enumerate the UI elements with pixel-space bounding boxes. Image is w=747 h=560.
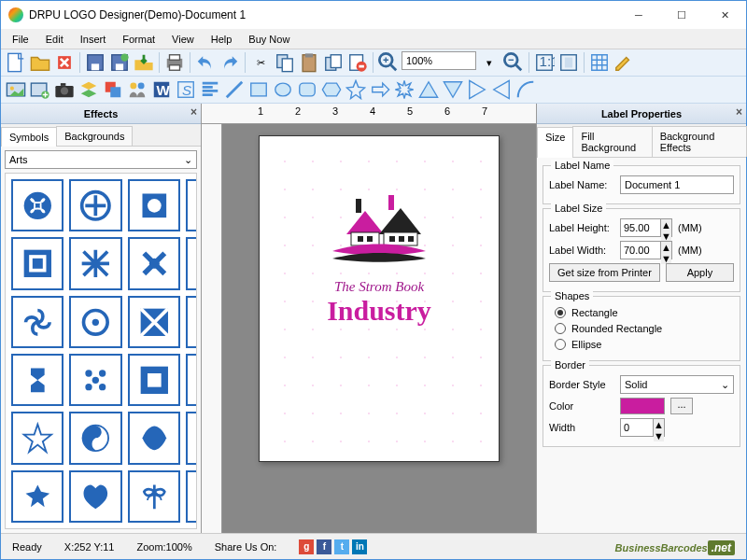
googleplus-icon[interactable]: g bbox=[299, 539, 314, 554]
symbol-item[interactable] bbox=[69, 237, 121, 289]
symbol-item[interactable] bbox=[128, 237, 180, 289]
maximize-button[interactable]: ☐ bbox=[660, 1, 703, 29]
line-tool-icon[interactable] bbox=[223, 78, 246, 101]
width-input[interactable] bbox=[621, 242, 660, 259]
radio-roundrect[interactable]: Rounded Rectangle bbox=[555, 323, 734, 334]
spin-up-icon[interactable]: ▲ bbox=[654, 419, 664, 430]
delete-icon[interactable] bbox=[53, 51, 76, 74]
zoomin-icon[interactable] bbox=[377, 51, 400, 74]
text-tool-icon[interactable]: S bbox=[175, 78, 197, 101]
paste-icon[interactable] bbox=[298, 51, 320, 74]
save-icon[interactable] bbox=[84, 51, 106, 74]
symbol-item[interactable] bbox=[69, 354, 121, 406]
spin-down-icon[interactable]: ▼ bbox=[654, 430, 664, 441]
color-picker-button[interactable]: ... bbox=[670, 398, 693, 414]
print-icon[interactable] bbox=[163, 51, 186, 74]
symbol-item[interactable] bbox=[186, 179, 197, 231]
open-icon[interactable] bbox=[29, 51, 51, 74]
camera-icon[interactable] bbox=[53, 78, 76, 101]
labelname-input[interactable] bbox=[620, 175, 734, 194]
symbol-item[interactable] bbox=[11, 354, 63, 406]
align-icon[interactable] bbox=[199, 78, 221, 101]
cut-icon[interactable]: ✂ bbox=[249, 51, 272, 74]
apply-button[interactable]: Apply bbox=[666, 263, 734, 282]
duplicate-icon[interactable] bbox=[322, 51, 345, 74]
width-spinner[interactable]: ▲▼ bbox=[620, 241, 672, 259]
facebook-icon[interactable]: f bbox=[317, 539, 331, 554]
close-button[interactable]: ✕ bbox=[703, 1, 746, 29]
grid-icon[interactable] bbox=[588, 51, 611, 74]
zoomout-icon[interactable] bbox=[502, 51, 525, 74]
triangle-up-icon[interactable] bbox=[417, 78, 440, 101]
rect-tool-icon[interactable] bbox=[247, 78, 270, 101]
symbol-item[interactable] bbox=[128, 179, 180, 231]
menu-buynow[interactable]: Buy Now bbox=[241, 32, 297, 47]
symbol-item[interactable] bbox=[69, 412, 121, 464]
symbol-item[interactable] bbox=[11, 296, 63, 348]
height-spinner[interactable]: ▲▼ bbox=[620, 218, 672, 237]
symbol-item[interactable] bbox=[69, 470, 121, 523]
tab-size[interactable]: Size bbox=[537, 127, 573, 158]
fit-icon[interactable]: 1:1 bbox=[533, 51, 556, 74]
twitter-icon[interactable]: t bbox=[334, 539, 349, 554]
menu-help[interactable]: Help bbox=[204, 32, 240, 47]
borderstyle-dropdown[interactable]: Solid⌄ bbox=[620, 375, 734, 394]
layers-icon[interactable] bbox=[78, 78, 100, 101]
menu-format[interactable]: Format bbox=[115, 32, 162, 47]
symbol-item[interactable] bbox=[186, 296, 197, 348]
symbol-item[interactable] bbox=[128, 412, 180, 464]
symbol-item[interactable] bbox=[69, 179, 121, 231]
logo-artwork[interactable]: The Strom Book Industry bbox=[309, 188, 449, 327]
radio-rectangle[interactable]: Rectangle bbox=[555, 307, 734, 318]
symbol-item[interactable] bbox=[128, 296, 180, 348]
spin-up-icon[interactable]: ▲ bbox=[661, 242, 671, 253]
borderwidth-input[interactable] bbox=[621, 419, 653, 436]
people-icon[interactable] bbox=[126, 78, 148, 101]
triangle-down-icon[interactable] bbox=[442, 78, 464, 101]
copy-icon[interactable] bbox=[274, 51, 296, 74]
arrow-shape-icon[interactable] bbox=[369, 78, 391, 101]
symbol-item[interactable] bbox=[11, 237, 63, 289]
menu-file[interactable]: File bbox=[5, 32, 36, 47]
menu-insert[interactable]: Insert bbox=[73, 32, 114, 47]
symbol-item[interactable] bbox=[11, 412, 63, 464]
symbol-item[interactable] bbox=[128, 354, 180, 406]
redo-icon[interactable] bbox=[218, 51, 241, 74]
new-icon[interactable] bbox=[5, 51, 27, 74]
symbol-item[interactable] bbox=[128, 470, 180, 523]
symbol-item[interactable] bbox=[11, 470, 63, 523]
design-canvas[interactable]: The Strom Book Industry bbox=[259, 135, 500, 462]
fitpage-icon[interactable] bbox=[557, 51, 580, 74]
menu-edit[interactable]: Edit bbox=[38, 32, 71, 47]
symbol-item[interactable] bbox=[186, 470, 197, 523]
word-icon[interactable]: W bbox=[150, 78, 173, 101]
edit-icon[interactable] bbox=[613, 51, 635, 74]
height-input[interactable] bbox=[621, 219, 660, 236]
dropdown-icon[interactable]: ▾ bbox=[478, 51, 500, 74]
image-tool-icon[interactable] bbox=[5, 78, 27, 101]
canvas-viewport[interactable]: The Strom Book Industry bbox=[222, 124, 536, 533]
hexagon-tool-icon[interactable] bbox=[320, 78, 343, 101]
symbol-item[interactable] bbox=[186, 412, 197, 464]
properties-close-icon[interactable]: × bbox=[736, 105, 742, 119]
triangle-left-icon[interactable] bbox=[490, 78, 513, 101]
getsize-button[interactable]: Get size from Printer bbox=[549, 263, 660, 282]
triangle-right-icon[interactable] bbox=[466, 78, 488, 101]
color-swatch[interactable] bbox=[620, 398, 665, 414]
symbol-item[interactable] bbox=[11, 179, 63, 231]
symbol-item[interactable] bbox=[186, 354, 197, 406]
symbol-item[interactable] bbox=[69, 296, 121, 348]
saveas-icon[interactable] bbox=[108, 51, 131, 74]
undo-icon[interactable] bbox=[194, 51, 217, 74]
ellipse-tool-icon[interactable] bbox=[272, 78, 294, 101]
spin-up-icon[interactable]: ▲ bbox=[661, 219, 671, 231]
minimize-button[interactable]: ─ bbox=[617, 1, 660, 29]
stack-icon[interactable] bbox=[102, 78, 124, 101]
borderwidth-spinner[interactable]: ▲▼ bbox=[620, 418, 665, 437]
tab-fill[interactable]: Fill Background bbox=[572, 126, 652, 157]
tab-bgeffects[interactable]: Background Effects bbox=[652, 126, 747, 157]
zoom-input[interactable] bbox=[402, 51, 476, 70]
menu-view[interactable]: View bbox=[164, 32, 202, 47]
burst-icon[interactable] bbox=[393, 78, 416, 101]
tab-backgrounds[interactable]: Backgrounds bbox=[56, 126, 133, 146]
